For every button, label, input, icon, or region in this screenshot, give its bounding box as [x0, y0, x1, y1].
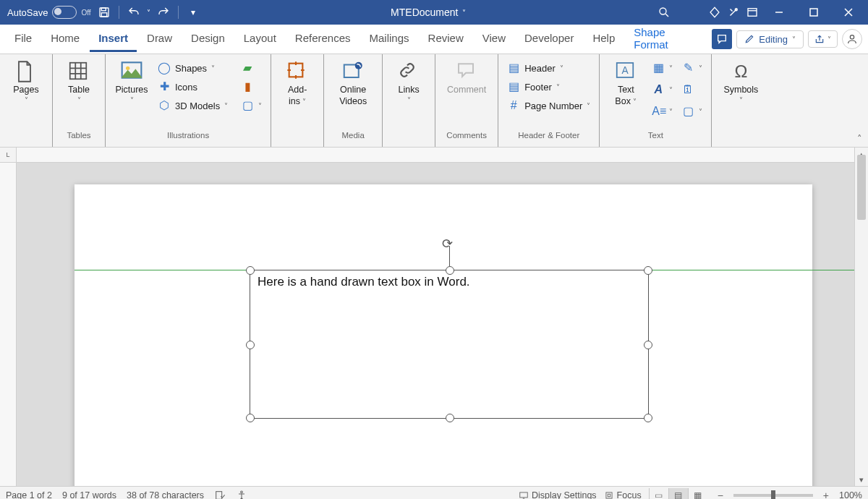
pages-button[interactable]: Pages ˅: [6, 56, 46, 128]
icons-icon: ✚: [158, 80, 171, 93]
resize-handle[interactable]: [246, 414, 255, 422]
group-label: Text: [605, 131, 705, 147]
zoom-slider[interactable]: [733, 494, 813, 497]
tab-file[interactable]: File: [6, 26, 41, 52]
editing-mode-button[interactable]: Editing ˅: [736, 30, 804, 48]
tab-developer[interactable]: Developer: [516, 26, 582, 52]
addins-button[interactable]: Add- ins ˅: [277, 56, 318, 128]
read-mode-button[interactable]: ▭: [649, 488, 668, 499]
resize-handle[interactable]: [246, 266, 255, 275]
zoom-out-button[interactable]: −: [715, 490, 726, 499]
table-button[interactable]: Table ˅: [59, 56, 99, 128]
tab-insert[interactable]: Insert: [90, 26, 137, 52]
3d-models-button[interactable]: ⬡3D Models˅: [155, 98, 231, 114]
pencil-icon: [744, 34, 754, 44]
tab-mailings[interactable]: Mailings: [361, 26, 418, 52]
chart-icon: ▮: [241, 80, 254, 93]
web-layout-button[interactable]: ▦: [688, 488, 707, 499]
slider-thumb[interactable]: [771, 490, 775, 499]
pictures-button[interactable]: Pictures ˅: [111, 56, 152, 128]
signature-line-button[interactable]: ✎˅: [678, 60, 705, 76]
coming-soon-icon[interactable]: [725, 4, 742, 21]
undo-dropdown-icon[interactable]: ˅: [147, 9, 150, 17]
account-icon[interactable]: [842, 29, 862, 49]
focus-button[interactable]: Focus: [604, 490, 642, 499]
drop-cap-button[interactable]: A≡˅: [649, 103, 676, 119]
accessibility-icon[interactable]: [236, 490, 247, 499]
date-time-button[interactable]: 🗓: [678, 82, 705, 98]
text-box[interactable]: ⟳ Here is a hand drawn text box in Word.: [250, 270, 649, 419]
signature-icon: ✎: [681, 61, 694, 74]
tab-help[interactable]: Help: [584, 26, 624, 52]
resize-handle[interactable]: [446, 266, 454, 275]
header-button[interactable]: ▤Header˅: [504, 60, 593, 76]
resize-handle[interactable]: [644, 414, 652, 422]
group-symbols: Ω Symbols ˅ .: [712, 54, 770, 147]
online-videos-button[interactable]: Online Videos: [330, 56, 376, 128]
tab-home[interactable]: Home: [42, 26, 88, 52]
autosave-state: Off: [81, 9, 90, 17]
close-button[interactable]: [832, 0, 865, 25]
zoom-level[interactable]: 100%: [839, 490, 862, 499]
screenshot-icon: ▢: [241, 99, 254, 112]
screenshot-button[interactable]: ▢˅: [238, 98, 265, 114]
svg-rect-1: [101, 8, 106, 11]
autosave-toggle[interactable]: AutoSave Off: [7, 6, 91, 19]
quick-parts-button[interactable]: ▦˅: [649, 60, 676, 76]
tab-shape-format[interactable]: Shape Format: [625, 20, 710, 59]
redo-icon[interactable]: [155, 4, 172, 21]
tab-references[interactable]: References: [286, 26, 359, 52]
svg-rect-17: [216, 492, 222, 499]
resize-handle[interactable]: [446, 414, 454, 422]
tab-layout[interactable]: Layout: [235, 26, 285, 52]
chart-button[interactable]: ▮: [238, 79, 265, 95]
textbox-button[interactable]: A Text Box ˅: [605, 56, 646, 128]
char-count[interactable]: 38 of 78 characters: [127, 490, 204, 499]
ribbon-display-icon[interactable]: [744, 4, 761, 21]
symbols-button[interactable]: Ω Symbols ˅: [718, 56, 764, 128]
save-icon[interactable]: [95, 4, 113, 21]
diamond-icon[interactable]: [706, 4, 723, 21]
rotate-handle-icon[interactable]: ⟳: [442, 236, 456, 250]
resize-handle[interactable]: [644, 266, 652, 275]
page-number-button[interactable]: #Page Number˅: [504, 98, 593, 114]
minimize-button[interactable]: [762, 0, 796, 25]
tab-review[interactable]: Review: [420, 26, 472, 52]
maximize-button[interactable]: [797, 0, 830, 25]
document-area[interactable]: ⟳ Here is a hand drawn text box in Word.: [17, 163, 854, 486]
vertical-scrollbar[interactable]: ▴ ▾: [854, 148, 868, 486]
footer-button[interactable]: ▤Footer˅: [504, 79, 593, 95]
customize-qat-icon[interactable]: ▾: [184, 4, 202, 21]
wordart-button[interactable]: A˅: [649, 82, 676, 98]
resize-handle[interactable]: [246, 341, 255, 349]
word-count[interactable]: 9 of 17 words: [62, 490, 116, 499]
tab-view[interactable]: View: [474, 26, 514, 52]
zoom-in-button[interactable]: +: [820, 490, 832, 499]
page-indicator[interactable]: Page 1 of 2: [6, 490, 52, 499]
document-name[interactable]: MTEDocument ˅: [391, 7, 466, 18]
links-button[interactable]: Links ˅: [388, 56, 429, 128]
scroll-down-icon[interactable]: ▾: [855, 473, 868, 486]
horizontal-ruler[interactable]: [17, 148, 854, 163]
omega-icon: Ω: [729, 60, 752, 83]
shapes-button[interactable]: ◯Shapes˅: [155, 60, 231, 76]
share-button[interactable]: ˅: [808, 30, 838, 48]
vertical-ruler[interactable]: L: [0, 148, 17, 486]
collapse-ribbon-button[interactable]: ˄: [857, 133, 862, 144]
print-layout-button[interactable]: ▤: [668, 488, 688, 499]
spell-check-icon[interactable]: [214, 490, 226, 499]
icons-button[interactable]: ✚Icons: [155, 79, 231, 95]
smartart-button[interactable]: ▰: [238, 60, 265, 76]
new-comment-button[interactable]: Comment: [441, 56, 492, 128]
table-icon: [67, 60, 90, 83]
undo-icon[interactable]: [125, 4, 142, 21]
tab-draw[interactable]: Draw: [138, 26, 181, 52]
search-icon[interactable]: [655, 4, 673, 21]
scrollbar-thumb[interactable]: [857, 155, 866, 220]
display-settings-button[interactable]: Display Settings: [519, 490, 597, 499]
resize-handle[interactable]: [644, 341, 652, 349]
object-button[interactable]: ▢˅: [678, 103, 705, 119]
chevron-down-icon: ˅: [407, 96, 411, 104]
comments-pane-button[interactable]: [712, 29, 732, 49]
tab-design[interactable]: Design: [182, 26, 234, 52]
